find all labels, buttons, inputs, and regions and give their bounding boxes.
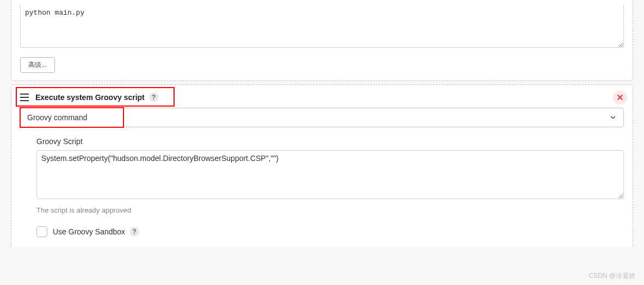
approval-status: The script is already approved [36, 206, 624, 214]
groovy-type-select[interactable]: Groovy command [20, 108, 624, 127]
chevron-down-icon [609, 114, 617, 121]
shell-command-textarea[interactable] [20, 5, 624, 48]
groovy-script-label: Groovy Script [36, 137, 624, 146]
section-title: Execute system Groovy script [35, 93, 145, 102]
groovy-script-block: Groovy Script The script is already appr… [20, 127, 624, 237]
execute-groovy-panel: Execute system Groovy script ? Groovy co… [11, 84, 633, 247]
section-header: Execute system Groovy script ? [20, 90, 624, 108]
sandbox-row: Use Groovy Sandbox ? [36, 226, 624, 237]
close-icon[interactable] [613, 90, 627, 104]
advanced-button[interactable]: 高级... [20, 57, 55, 73]
sandbox-checkbox[interactable] [36, 226, 47, 237]
groovy-script-textarea[interactable] [36, 150, 624, 199]
help-icon[interactable]: ? [149, 92, 159, 102]
groovy-type-select-row: Groovy command [20, 108, 624, 127]
sandbox-help-icon[interactable]: ? [129, 227, 139, 237]
execute-shell-panel: 高级... [11, 0, 633, 81]
sandbox-label: Use Groovy Sandbox [53, 227, 125, 236]
drag-handle-icon[interactable] [20, 94, 29, 101]
select-value: Groovy command [27, 113, 87, 122]
